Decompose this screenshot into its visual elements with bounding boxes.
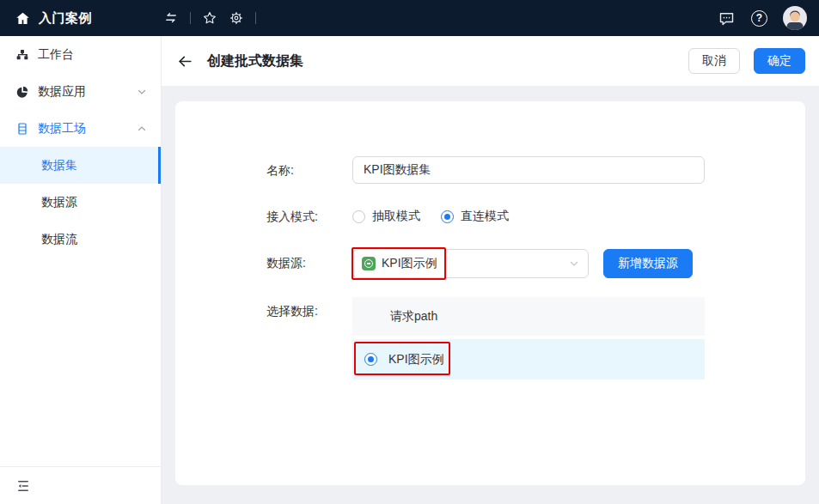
home-brand[interactable]: 入门案例 — [0, 10, 151, 27]
divider — [190, 12, 191, 24]
main-area: 创建批式数据集 取消 确定 名称: 接入模式: — [162, 36, 819, 504]
datasource-icon — [362, 257, 376, 270]
form-row-select-data: 选择数据: 请求path KPI图示例 — [266, 297, 805, 380]
chevron-down-icon — [137, 87, 147, 97]
sidebar-item-dataflows[interactable]: 数据流 — [0, 221, 161, 258]
home-icon[interactable] — [15, 11, 30, 26]
mode-radio-group: 抽取模式 直连模式 — [352, 203, 509, 230]
sidebar-item-label: 数据应用 — [38, 84, 86, 100]
table-header: 请求path — [352, 297, 705, 336]
list-icon — [15, 122, 29, 136]
sidebar-item-label: 工作台 — [38, 47, 74, 63]
sidebar-item-datasets[interactable]: 数据集 — [0, 147, 161, 184]
radio-unchecked-icon[interactable] — [352, 210, 365, 223]
back-arrow-icon[interactable] — [177, 53, 193, 70]
sidebar-item-label: 数据工场 — [38, 121, 86, 137]
row-label: KPI图示例 — [388, 352, 444, 367]
datasource-select[interactable]: KPI图示例 — [352, 249, 589, 278]
radio-label: 直连模式 — [461, 209, 509, 224]
cancel-button[interactable]: 取消 — [688, 48, 740, 74]
sidebar-item-data-factory[interactable]: 数据工场 — [0, 110, 161, 147]
datasource-selected-value: KPI图示例 — [382, 256, 437, 271]
gear-icon[interactable] — [229, 10, 244, 26]
add-datasource-button[interactable]: 新增数据源 — [603, 249, 693, 278]
radio-checked-icon[interactable] — [441, 210, 454, 223]
form-row-name: 名称: — [266, 156, 805, 184]
page-header: 创建批式数据集 取消 确定 — [162, 36, 819, 86]
swap-icon[interactable] — [163, 10, 179, 26]
name-label: 名称: — [266, 156, 352, 184]
sidebar: 工作台 数据应用 数据工场 — [0, 36, 162, 504]
brand-label: 入门案例 — [39, 10, 92, 27]
form-card: 名称: 接入模式: 抽取模式 直连模式 — [175, 101, 805, 485]
chevron-up-icon — [137, 124, 147, 134]
form-row-mode: 接入模式: 抽取模式 直连模式 — [266, 203, 805, 230]
name-input[interactable] — [352, 156, 705, 184]
confirm-button[interactable]: 确定 — [754, 48, 805, 74]
source-label: 数据源: — [266, 249, 352, 276]
sidebar-item-label: 数据集 — [41, 158, 77, 173]
table-row[interactable]: KPI图示例 — [352, 339, 705, 380]
page-title: 创建批式数据集 — [207, 52, 303, 70]
sidebar-item-label: 数据源 — [41, 195, 77, 210]
topbar: 入门案例 ? — [0, 0, 819, 36]
content: 名称: 接入模式: 抽取模式 直连模式 — [162, 86, 819, 504]
star-icon[interactable] — [202, 10, 217, 26]
sidebar-item-datasources[interactable]: 数据源 — [0, 184, 161, 221]
topbar-right: ? — [718, 6, 819, 30]
chat-icon[interactable] — [718, 9, 736, 27]
workbench-icon — [15, 48, 29, 62]
help-icon[interactable]: ? — [751, 10, 767, 27]
header-actions: 取消 确定 — [688, 48, 805, 74]
collapse-sidebar-icon[interactable] — [15, 478, 31, 494]
avatar[interactable] — [783, 6, 807, 30]
sidebar-item-label: 数据流 — [41, 232, 77, 247]
radio-direct-mode[interactable]: 直连模式 — [441, 209, 509, 224]
topbar-tools — [163, 10, 256, 26]
sidebar-footer — [0, 466, 161, 504]
radio-extract-mode[interactable]: 抽取模式 — [352, 209, 420, 224]
radio-label: 抽取模式 — [372, 209, 420, 224]
chevron-down-icon[interactable] — [569, 258, 579, 269]
sidebar-item-data-apps[interactable]: 数据应用 — [0, 73, 161, 110]
select-data-label: 选择数据: — [266, 297, 352, 325]
source-controls: KPI图示例 新增数据源 — [352, 249, 693, 278]
divider — [255, 12, 256, 24]
row-radio-checked-icon[interactable] — [364, 353, 377, 366]
sidebar-item-workbench[interactable]: 工作台 — [0, 36, 161, 73]
column-header-path: 请求path — [390, 309, 437, 325]
data-table: 请求path KPI图示例 — [352, 297, 705, 380]
pie-chart-icon — [15, 85, 29, 99]
mode-label: 接入模式: — [266, 203, 352, 230]
form-row-source: 数据源: KPI图示例 新增数据源 — [266, 249, 805, 278]
